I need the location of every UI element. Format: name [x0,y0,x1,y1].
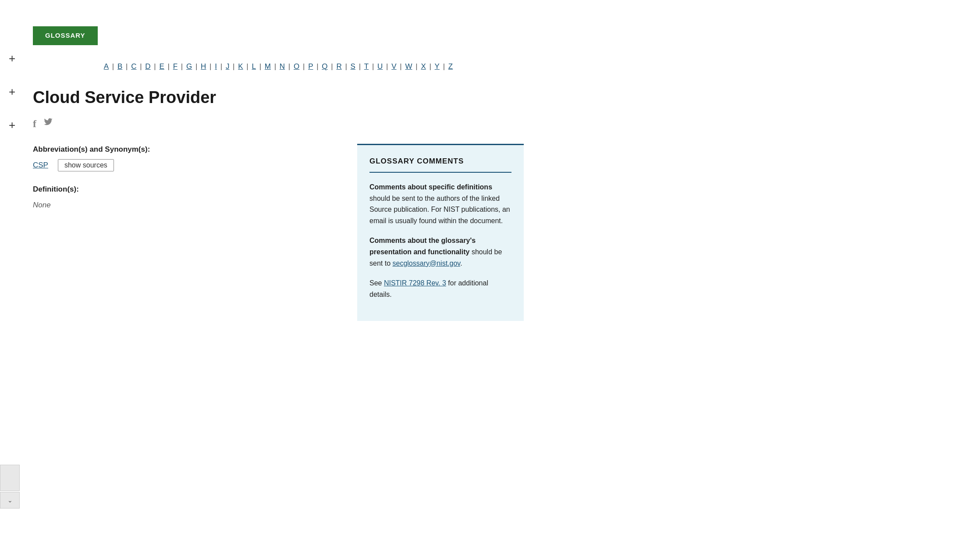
comments-para-3-pre: See [369,279,384,287]
alpha-separator: | [314,62,320,71]
glossary-comments-sidebar: GLOSSARY COMMENTS Comments about specifi… [357,144,524,321]
glossary-badge: GLOSSARY [33,26,524,61]
alpha-link-F[interactable]: F [173,62,178,71]
glossary-badge-label: GLOSSARY [33,26,98,45]
alpha-separator: | [138,62,144,71]
alpha-separator: | [218,62,224,71]
comments-para-1: Comments about specific definitions shou… [369,181,511,226]
alpha-link-H[interactable]: H [201,62,206,71]
alpha-separator: | [245,62,251,71]
secglossary-email-link[interactable]: secglossary@nist.gov [392,260,460,267]
alpha-link-P[interactable]: P [308,62,313,71]
alpha-separator: | [286,62,292,71]
comments-para-1-bold: Comments about specific definitions [369,183,492,191]
alpha-link-O[interactable]: O [294,62,299,71]
alpha-separator: | [272,62,278,71]
alpha-link-I[interactable]: I [215,62,217,71]
alpha-separator: | [427,62,433,71]
alpha-link-B[interactable]: B [117,62,122,71]
definition-area: Abbreviation(s) and Synonym(s): CSP show… [33,144,340,220]
alpha-link-G[interactable]: G [186,62,192,71]
comments-para-2-end: . [460,260,462,267]
chevron-down-icon: ⌄ [7,496,13,505]
alpha-separator: | [231,62,237,71]
alpha-separator: | [257,62,263,71]
alpha-link-Y[interactable]: Y [435,62,440,71]
abbreviations-label: Abbreviation(s) and Synonym(s): [33,144,340,155]
main-content: GLOSSARY A | B | C | D | E | F | G | H |… [24,0,550,548]
alpha-separator: | [193,62,199,71]
alpha-separator: | [329,62,335,71]
alpha-link-R[interactable]: R [336,62,341,71]
comments-para-2: Comments about the glossary's presentati… [369,235,511,269]
comments-title: GLOSSARY COMMENTS [369,156,511,173]
alpha-separator: | [207,62,213,71]
alpha-link-A[interactable]: A [104,62,109,71]
alpha-separator: | [384,62,390,71]
comments-body: Comments about specific definitions shou… [369,181,511,300]
definitions-label: Definition(s): [33,184,340,195]
alpha-link-J[interactable]: J [226,62,230,71]
alpha-separator: | [398,62,404,71]
definitions-section: Definition(s): None [33,184,340,210]
left-sidebar: + + + ⌄ [0,0,24,548]
alpha-separator: | [166,62,172,71]
abbreviations-section: Abbreviation(s) and Synonym(s): CSP show… [33,144,340,172]
alpha-separator: | [370,62,376,71]
alpha-link-Q[interactable]: Q [322,62,327,71]
alpha-link-E[interactable]: E [160,62,164,71]
alpha-link-T[interactable]: T [364,62,369,71]
alpha-link-L[interactable]: L [252,62,256,71]
alpha-link-N[interactable]: N [280,62,285,71]
alpha-link-D[interactable]: D [145,62,150,71]
alpha-separator: | [152,62,158,71]
alpha-link-S[interactable]: S [351,62,355,71]
alpha-separator: | [179,62,185,71]
expand-button-1[interactable]: + [9,53,15,64]
bottom-panel-box [0,465,22,491]
alpha-separator: | [414,62,420,71]
content-area: Abbreviation(s) and Synonym(s): CSP show… [33,144,524,321]
abbreviation-row: CSP show sources [33,159,340,171]
comments-para-1-rest: should be sent to the authors of the lin… [369,195,510,224]
facebook-icon[interactable]: f [33,116,36,132]
alpha-link-Z[interactable]: Z [448,62,453,71]
page-title: Cloud Service Provider [33,88,524,108]
alpha-link-C[interactable]: C [131,62,136,71]
show-sources-button[interactable]: show sources [58,159,114,171]
alpha-link-M[interactable]: M [265,62,271,71]
alpha-link-X[interactable]: X [421,62,426,71]
twitter-icon[interactable] [43,116,53,132]
csp-link[interactable]: CSP [33,160,48,171]
definition-none-text: None [33,199,340,211]
alpha-link-V[interactable]: V [391,62,396,71]
alpha-separator: | [301,62,307,71]
comments-para-3: See NISTIR 7298 Rev. 3 for additional de… [369,278,511,300]
alpha-separator: | [124,62,130,71]
alpha-separator: | [441,62,447,71]
alpha-separator: | [343,62,349,71]
bottom-panel-dropdown[interactable]: ⌄ [0,492,22,509]
alpha-separator: | [357,62,363,71]
social-icons: f [33,116,524,132]
comments-para-2-bold: Comments about the glossary's presentati… [369,237,476,256]
alpha-link-K[interactable]: K [238,62,243,71]
alpha-separator: | [110,62,116,71]
alphabet-nav: A | B | C | D | E | F | G | H | I | J | … [33,61,524,72]
alpha-link-W[interactable]: W [405,62,412,71]
expand-button-3[interactable]: + [9,119,15,131]
expand-button-2[interactable]: + [9,86,15,97]
alpha-link-U[interactable]: U [377,62,383,71]
nistir-link[interactable]: NISTIR 7298 Rev. 3 [384,279,446,287]
